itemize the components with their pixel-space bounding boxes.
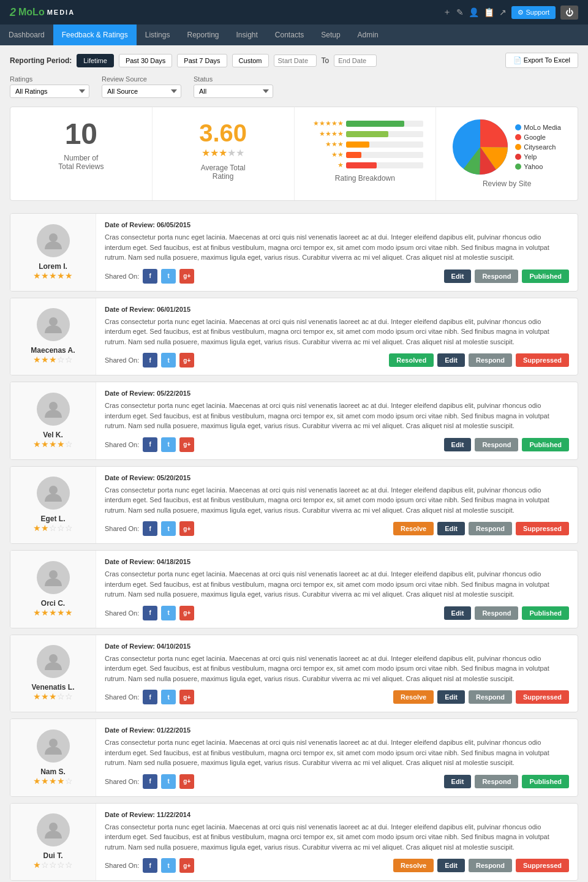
edit-icon[interactable]: ✎: [456, 7, 464, 17]
facebook-share[interactable]: f: [143, 521, 157, 536]
period-lifetime[interactable]: Lifetime: [77, 54, 114, 67]
status-filter: Status All Published Suppressed Resolved: [194, 75, 273, 98]
published-button[interactable]: Published: [522, 270, 569, 283]
nav-feedback[interactable]: Feedback & Ratings: [53, 24, 137, 45]
resolve-button[interactable]: Resolve: [393, 859, 434, 872]
respond-button[interactable]: Respond: [469, 353, 512, 367]
review-stars: ★★★☆☆: [33, 692, 73, 701]
review-actions: Shared On: f t g+ EditRespondPublished: [105, 606, 569, 620]
facebook-share[interactable]: f: [143, 437, 157, 452]
edit-button[interactable]: Edit: [437, 690, 465, 704]
googleplus-share[interactable]: g+: [179, 690, 194, 704]
googleplus-share[interactable]: g+: [179, 606, 194, 620]
review-text: Cras consectetur porta nunc eget lacinia…: [105, 232, 569, 263]
export-button[interactable]: 📄 Export To Excel: [505, 53, 578, 68]
period-30days[interactable]: Past 30 Days: [119, 54, 172, 67]
googleplus-share[interactable]: g+: [179, 858, 194, 873]
respond-button[interactable]: Respond: [469, 690, 512, 704]
suppressed-button[interactable]: Suppressed: [516, 522, 569, 535]
review-left: Eget L. ★★☆☆☆: [10, 467, 96, 544]
ratings-select[interactable]: All Ratings 5 Stars 4 Stars 3 Stars 2 St…: [10, 85, 89, 98]
respond-button[interactable]: Respond: [469, 522, 512, 535]
respond-button[interactable]: Respond: [469, 859, 512, 872]
review-actions: Shared On: f t g+ ResolveEditRespondSupp…: [105, 521, 569, 536]
source-select[interactable]: All Source Google Yelp Yahoo: [102, 85, 181, 98]
facebook-share[interactable]: f: [143, 269, 157, 284]
twitter-share[interactable]: t: [161, 690, 176, 704]
googleplus-share[interactable]: g+: [179, 353, 194, 368]
suppressed-button[interactable]: Suppressed: [516, 690, 569, 704]
support-button[interactable]: ⚙ Support: [511, 6, 556, 19]
svg-point-11: [49, 739, 58, 747]
nav-admin[interactable]: Admin: [349, 24, 387, 45]
resolve-button[interactable]: Resolve: [393, 690, 434, 704]
twitter-share[interactable]: t: [161, 606, 176, 620]
nav-setup[interactable]: Setup: [312, 24, 349, 45]
status-select[interactable]: All Published Suppressed Resolved: [194, 85, 273, 98]
facebook-share[interactable]: f: [143, 774, 157, 789]
review-card: Lorem I. ★★★★★ Date of Review: 06/05/201…: [10, 213, 578, 292]
reviewer-name: Maecenas A.: [31, 346, 75, 355]
review-by-site-card: MoLo Media Google Citysearch Yelp: [436, 107, 578, 200]
nav-listings[interactable]: Listings: [137, 24, 179, 45]
twitter-share[interactable]: t: [161, 521, 176, 536]
twitter-share[interactable]: t: [161, 858, 176, 873]
start-date-input[interactable]: [274, 55, 317, 67]
nav-dashboard[interactable]: Dashboard: [0, 24, 53, 45]
twitter-share[interactable]: t: [161, 774, 176, 789]
edit-button[interactable]: Edit: [437, 522, 465, 535]
resolved-button[interactable]: Resolved: [389, 353, 434, 367]
review-right: Date of Review: 06/01/2015 Cras consecte…: [96, 298, 578, 375]
twitter-share[interactable]: t: [161, 353, 176, 368]
respond-button[interactable]: Respond: [475, 775, 518, 788]
avatar: [37, 561, 70, 594]
avatar: [37, 477, 70, 510]
edit-button[interactable]: Edit: [444, 606, 472, 620]
review-right: Date of Review: 01/22/2015 Cras consecte…: [96, 719, 578, 796]
twitter-share[interactable]: t: [161, 269, 176, 284]
facebook-share[interactable]: f: [143, 606, 157, 620]
user-icon[interactable]: 👤: [469, 7, 479, 17]
edit-button[interactable]: Edit: [444, 438, 472, 451]
published-button[interactable]: Published: [522, 438, 569, 451]
reporting-label: Reporting Period:: [10, 56, 72, 65]
nav-reporting[interactable]: Reporting: [178, 24, 227, 45]
edit-button[interactable]: Edit: [444, 270, 472, 283]
edit-button[interactable]: Edit: [437, 859, 465, 872]
published-button[interactable]: Published: [522, 606, 569, 620]
edit-button[interactable]: Edit: [437, 353, 465, 367]
share-icon[interactable]: ↗: [499, 7, 507, 17]
power-button[interactable]: ⏻: [560, 6, 578, 20]
suppressed-button[interactable]: Suppressed: [516, 353, 569, 367]
rating-breakdown-card: ★★★★★ ★★★★ ★★★ ★★ ★: [295, 107, 437, 200]
facebook-share[interactable]: f: [143, 858, 157, 873]
googleplus-share[interactable]: g+: [179, 437, 194, 452]
resolve-button[interactable]: Resolve: [393, 522, 434, 535]
nav-insight[interactable]: Insight: [228, 24, 266, 45]
period-custom[interactable]: Custom: [232, 54, 269, 67]
avatar: [37, 813, 70, 846]
twitter-share[interactable]: t: [161, 437, 176, 452]
respond-button[interactable]: Respond: [475, 606, 518, 620]
facebook-share[interactable]: f: [143, 353, 157, 368]
googleplus-share[interactable]: g+: [179, 269, 194, 284]
googleplus-share[interactable]: g+: [179, 521, 194, 536]
review-actions: Shared On: f t g+ ResolveEditRespondSupp…: [105, 690, 569, 704]
review-stars: ★★☆☆☆: [33, 523, 73, 533]
published-button[interactable]: Published: [522, 775, 569, 788]
respond-button[interactable]: Respond: [475, 270, 518, 283]
edit-button[interactable]: Edit: [444, 775, 472, 788]
add-icon[interactable]: ＋: [443, 7, 451, 18]
googleplus-share[interactable]: g+: [179, 774, 194, 789]
period-7days[interactable]: Past 7 Days: [177, 54, 227, 67]
svg-point-10: [49, 654, 58, 663]
svg-point-5: [49, 233, 58, 242]
facebook-share[interactable]: f: [143, 690, 157, 704]
note-icon[interactable]: 📋: [484, 7, 494, 17]
nav-contacts[interactable]: Contacts: [266, 24, 312, 45]
bar-2star: ★★: [307, 151, 424, 159]
avatar: [37, 393, 70, 426]
end-date-input[interactable]: [334, 55, 377, 67]
suppressed-button[interactable]: Suppressed: [516, 859, 569, 872]
respond-button[interactable]: Respond: [475, 438, 518, 451]
